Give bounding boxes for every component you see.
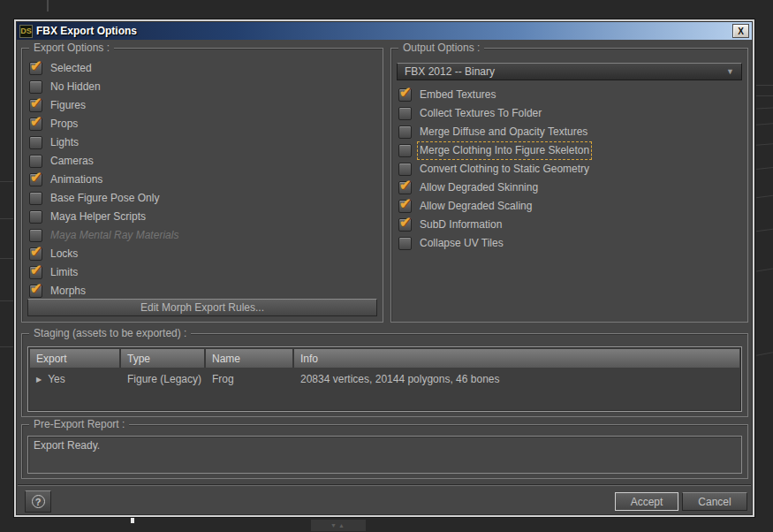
checkbox-unchecked[interactable] — [29, 136, 42, 149]
checkbox-checked[interactable]: ✔ — [398, 181, 412, 194]
format-dropdown[interactable]: FBX 2012 -- Binary ▼ — [397, 63, 742, 80]
check-icon: ✔ — [30, 169, 42, 186]
staging-column-header[interactable]: Name — [206, 349, 294, 368]
checkbox-label: Collect Textures To Folder — [420, 107, 542, 120]
edit-morph-rules-button[interactable]: Edit Morph Export Rules... — [27, 299, 377, 316]
checkbox-unchecked[interactable] — [29, 192, 42, 205]
checkbox-label: No Hidden — [50, 80, 101, 94]
checkbox-item[interactable]: ✔SubD Information — [391, 216, 747, 234]
checkbox-item[interactable]: Cameras — [22, 152, 383, 171]
checkbox-item[interactable]: No Hidden — [22, 78, 383, 96]
viewport-grid-line — [756, 229, 773, 232]
checkbox-label: Base Figure Pose Only — [50, 192, 159, 205]
checkbox-checked[interactable]: ✔ — [398, 218, 412, 232]
staging-cell: 20834 vertices, 20144 polygons, 46 bones — [294, 369, 739, 389]
expand-triangle-icon[interactable]: ▶ — [36, 376, 42, 384]
checkbox-label: Locks — [50, 247, 78, 261]
cancel-button[interactable]: Cancel — [682, 492, 747, 511]
checkbox-unchecked[interactable] — [398, 144, 412, 157]
checkbox-item[interactable]: Merge Diffuse and Opacity Textures — [391, 123, 747, 141]
viewport-grid-line — [0, 300, 14, 301]
dialog-title: FBX Export Options — [36, 25, 137, 37]
checkbox-checked[interactable]: ✔ — [29, 173, 42, 186]
checkbox-unchecked[interactable] — [398, 107, 412, 120]
checkbox-item[interactable]: ✔Selected — [22, 59, 383, 78]
help-icon: ? — [32, 495, 45, 508]
checkbox-unchecked[interactable] — [29, 80, 42, 94]
checkbox-unchecked[interactable] — [398, 237, 412, 250]
checkbox-checked[interactable]: ✔ — [398, 200, 412, 213]
viewport-grid-line — [0, 258, 14, 259]
close-button[interactable]: X — [732, 24, 749, 38]
checkbox-item[interactable]: Collapse UV Tiles — [391, 234, 747, 253]
export-options-legend: Export Options : — [29, 42, 114, 54]
checkbox-item[interactable]: Lights — [22, 133, 383, 152]
staging-column-header[interactable]: Info — [294, 349, 739, 368]
format-dropdown-value: FBX 2012 -- Binary — [405, 65, 495, 78]
viewport-grid-line — [756, 85, 773, 86]
checkbox-item[interactable]: ✔Allow Degraded Scaling — [391, 197, 747, 216]
checkbox-unchecked[interactable] — [398, 163, 412, 176]
checkbox-checked[interactable]: ✔ — [29, 266, 42, 279]
checkbox-label: Figures — [50, 99, 86, 112]
checkbox-checked[interactable]: ✔ — [29, 285, 42, 298]
panel-collapse-handle[interactable]: ▼▲ — [311, 520, 366, 531]
check-icon: ✔ — [30, 262, 42, 278]
checkbox-item[interactable]: Collect Textures To Folder — [391, 104, 747, 123]
checkbox-item[interactable]: Base Figure Pose Only — [22, 189, 383, 208]
output-options-legend: Output Options : — [398, 42, 484, 54]
fbx-export-dialog: DS FBX Export Options X Export Options :… — [14, 19, 754, 517]
chevron-down-icon: ▼ — [726, 67, 734, 76]
viewport-grid-line — [756, 195, 773, 198]
viewport-grid-line — [756, 95, 773, 96]
checkbox-label: Allow Degraded Skinning — [420, 181, 538, 194]
checkbox-item[interactable]: ✔Animations — [22, 171, 383, 189]
checkbox-unchecked[interactable] — [29, 155, 42, 168]
checkbox-checked[interactable]: ✔ — [398, 88, 412, 102]
report-text-box: Export Ready. — [27, 436, 742, 474]
accept-button[interactable]: Accept — [615, 492, 678, 511]
staging-legend: Staging (assets to be exported) : — [29, 327, 191, 339]
viewport-grid-line — [0, 346, 14, 347]
staging-cell: Frog — [206, 369, 294, 389]
check-icon: ✔ — [30, 280, 42, 297]
checkbox-item[interactable]: ✔Embed Textures — [391, 86, 747, 104]
help-button[interactable]: ? — [25, 490, 51, 513]
checkbox-item[interactable]: ✔Morphs — [22, 282, 383, 300]
dialog-titlebar[interactable]: DS FBX Export Options X — [17, 22, 752, 40]
checkbox-unchecked[interactable] — [29, 210, 42, 224]
checkbox-item[interactable]: Merge Clothing Into Figure Skeleton — [391, 141, 747, 160]
staging-table[interactable]: ExportTypeNameInfo ▶YesFigure (Legacy)Fr… — [27, 346, 742, 412]
report-text: Export Ready. — [34, 439, 100, 452]
checkbox-label: Embed Textures — [420, 88, 496, 102]
pre-export-report-group: Pre-Export Report : Export Ready. — [21, 424, 748, 479]
staging-table-header: ExportTypeNameInfo — [30, 349, 739, 368]
checkbox-checked[interactable]: ✔ — [29, 118, 42, 131]
checkbox-item[interactable]: ✔Figures — [22, 96, 383, 115]
staging-table-row[interactable]: ▶YesFigure (Legacy)Frog20834 vertices, 2… — [30, 369, 739, 389]
checkbox-unchecked — [29, 229, 42, 242]
check-icon: ✔ — [30, 95, 42, 111]
checkbox-checked[interactable]: ✔ — [29, 62, 42, 75]
footer-divider — [18, 484, 751, 486]
checkbox-item[interactable]: ✔Locks — [22, 245, 383, 263]
viewport-grid-line — [756, 269, 773, 272]
checkbox-label: Convert Clothing to Static Geometry — [420, 163, 589, 176]
checkbox-item[interactable]: Convert Clothing to Static Geometry — [391, 160, 747, 179]
checkbox-checked[interactable]: ✔ — [29, 99, 42, 112]
viewport-grid-line — [131, 518, 134, 523]
staging-group: Staging (assets to be exported) : Export… — [21, 333, 748, 417]
checkbox-checked[interactable]: ✔ — [29, 247, 42, 261]
checkbox-label: Lights — [50, 136, 79, 149]
pre-export-report-legend: Pre-Export Report : — [29, 418, 129, 430]
checkbox-item[interactable]: ✔Limits — [22, 263, 383, 282]
staging-column-header[interactable]: Export — [30, 349, 121, 368]
checkbox-item[interactable]: Maya Helper Scripts — [22, 208, 383, 226]
check-icon: ✔ — [399, 195, 411, 212]
staging-column-header[interactable]: Type — [121, 349, 206, 368]
checkbox-item[interactable]: ✔Props — [22, 115, 383, 133]
checkbox-item[interactable]: ✔Allow Degraded Skinning — [391, 179, 747, 197]
checkbox-label: Selected — [50, 62, 92, 75]
checkbox-unchecked[interactable] — [398, 125, 412, 139]
viewport-grid-line — [756, 167, 773, 170]
